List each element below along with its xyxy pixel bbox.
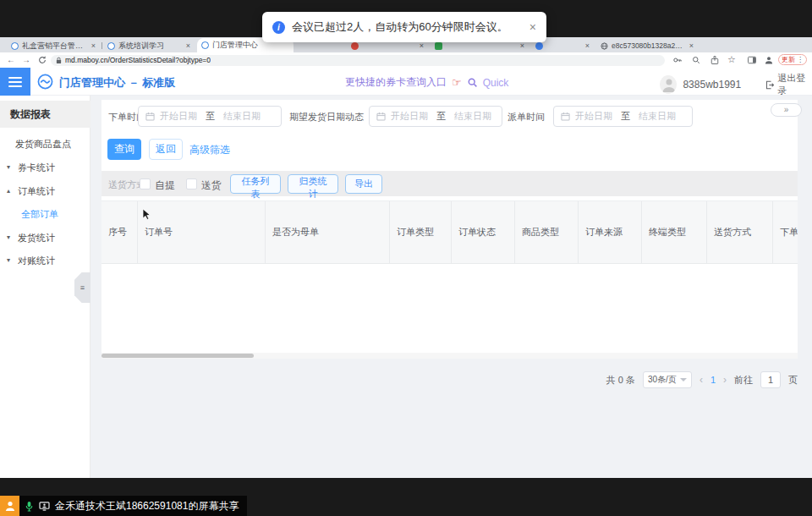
globe-icon: [601, 42, 608, 50]
start-date-placeholder: 开始日期: [575, 110, 612, 123]
forward-icon[interactable]: →: [22, 55, 30, 65]
user-avatar[interactable]: [660, 75, 677, 94]
profile-icon[interactable]: [763, 55, 775, 65]
start-date-placeholder: 开始日期: [160, 110, 197, 123]
range-separator: 至: [202, 110, 218, 123]
quick-search-icon[interactable]: [467, 77, 478, 88]
column-header[interactable]: 是否为母单: [265, 201, 389, 263]
username: 8385wb1991: [683, 79, 741, 91]
tab-favicon: [535, 42, 543, 50]
tab-training[interactable]: 系统培训学习 ×: [103, 39, 195, 52]
browser-toolbar: ← → md.maboy.cn/OrderStatisticsDetail?ob…: [0, 52, 812, 68]
tab-favicon: [351, 42, 359, 50]
sidebar-toggle-button[interactable]: [0, 68, 30, 96]
user-zone: 8385wb1991 退出登录: [660, 72, 812, 97]
end-date-placeholder: 结束日期: [639, 110, 676, 123]
end-date-placeholder: 结束日期: [223, 110, 261, 123]
url-bar[interactable]: md.maboy.cn/OrderStatisticsDetail?objtyp…: [51, 55, 665, 66]
tab-close-icon[interactable]: ×: [689, 41, 694, 50]
delivery-label[interactable]: 送货: [201, 178, 222, 193]
chevron-down-icon: ▾: [7, 231, 10, 244]
sidebar-item-all-orders-active[interactable]: 全部订单: [0, 207, 91, 221]
table-body-empty: [102, 264, 798, 352]
delivery-checkbox[interactable]: [186, 178, 197, 189]
goto-page-input[interactable]: [760, 371, 781, 388]
quick-entry-zone: 更快捷的券卡查询入口 ☞ Quick: [345, 75, 508, 90]
sidebar-item-shipping-stats[interactable]: ▾ 发货统计: [0, 231, 91, 244]
column-header[interactable]: 商品类型: [514, 201, 578, 263]
next-page-button[interactable]: ›: [723, 374, 727, 386]
share-info: 金禾通技术王斌18662591081的屏幕共享: [19, 496, 247, 516]
tab-close-icon[interactable]: ×: [585, 41, 590, 50]
lock-icon: [56, 57, 62, 64]
info-icon: i: [272, 21, 285, 34]
tab-close-icon[interactable]: ×: [91, 41, 96, 50]
expected-ship-range-input[interactable]: 开始日期 至 结束日期: [369, 106, 502, 127]
tab-close-icon[interactable]: ×: [420, 41, 424, 50]
total-count: 共 0 条: [606, 374, 635, 387]
search-button[interactable]: 查询: [107, 139, 141, 160]
reload-icon[interactable]: [36, 55, 48, 65]
tab-favicon: [201, 41, 209, 49]
pagination: 共 0 条 30条/页 ‹ 1 › 前往 页: [541, 371, 798, 389]
calendar-icon: [561, 112, 570, 121]
sidebar-collapse-handle[interactable]: ≡: [74, 272, 91, 303]
scrollbar-thumb[interactable]: [102, 354, 254, 358]
page-size-select[interactable]: 30条/页: [643, 371, 692, 388]
key-icon[interactable]: [672, 55, 683, 65]
column-header[interactable]: 下单时间: [772, 201, 798, 263]
horizontal-scrollbar[interactable]: [102, 353, 798, 359]
quick-label[interactable]: Quick: [483, 77, 509, 89]
column-header[interactable]: 订单来源: [578, 201, 641, 263]
column-header[interactable]: 订单类型: [389, 201, 451, 263]
pickup-label[interactable]: 自提: [155, 178, 175, 193]
share-icon[interactable]: [709, 55, 721, 65]
range-separator: 至: [617, 110, 634, 123]
page-unit-label: 页: [788, 374, 798, 387]
coupon-query-entry-link[interactable]: 更快捷的券卡查询入口: [345, 75, 447, 90]
tab-favicon: [107, 42, 115, 50]
column-header[interactable]: 终端类型: [641, 201, 706, 263]
tab-gift-platform[interactable]: 礼盒营销平台管理中心 ×: [7, 39, 100, 52]
app-logo-icon: [37, 74, 53, 90]
dispatch-time-range-input[interactable]: 开始日期 至 结束日期: [553, 106, 693, 127]
category-stats-button[interactable]: 归类统计: [288, 174, 338, 194]
sidebar-item-order-stats[interactable]: ▴ 订单统计: [0, 184, 91, 198]
pickup-checkbox[interactable]: [140, 178, 151, 189]
side-panel-icon[interactable]: [746, 55, 758, 65]
bookmark-star-icon[interactable]: ☆: [727, 54, 736, 64]
filter-collapse-button[interactable]: »: [771, 103, 802, 117]
meeting-toast: i 会议已超过2人，自动转为60分钟限时会议。 ×: [262, 12, 546, 42]
tab-close-icon[interactable]: ×: [520, 41, 524, 50]
column-header[interactable]: 订单号: [137, 201, 265, 263]
back-icon[interactable]: ←: [7, 55, 15, 65]
tab-close-icon[interactable]: ×: [186, 41, 190, 50]
chrome-update-button[interactable]: 更新 ⋮: [778, 54, 807, 65]
table-header-row: 序号 订单号 是否为母单 订单类型 订单状态 商品类型 订单来源 终端类型 送货…: [102, 200, 798, 264]
back-button[interactable]: 返回: [149, 139, 183, 160]
column-header[interactable]: 序号: [102, 201, 137, 263]
task-list-button[interactable]: 任务列表: [230, 174, 281, 194]
zoom-icon[interactable]: [690, 55, 702, 65]
tab-hash[interactable]: e8c573080b1328a258fd2e6... ×: [596, 39, 698, 52]
more-menu-icon[interactable]: ⋮: [797, 56, 804, 63]
sidebar-item-reconciliation-stats[interactable]: ▾ 对账统计: [0, 254, 91, 267]
export-button[interactable]: 导出: [345, 174, 382, 194]
column-header[interactable]: 送货方式: [706, 201, 772, 263]
list-toolbar: 送货方式 自提 送货 任务列表 归类统计 导出: [102, 171, 798, 196]
logout-button[interactable]: 退出登录: [765, 72, 812, 97]
sidebar-item-coupon-stats[interactable]: ▾ 券卡统计: [0, 161, 91, 174]
toast-close-icon[interactable]: ×: [529, 20, 536, 34]
order-time-range-input[interactable]: 开始日期 至 结束日期: [138, 106, 282, 127]
screen-share-icon: [39, 502, 50, 511]
column-header[interactable]: 订单状态: [451, 201, 514, 263]
chevron-down-icon: ▾: [7, 254, 10, 267]
share-text: 金禾通技术王斌18662591081的屏幕共享: [55, 499, 239, 513]
goto-label: 前往: [734, 374, 753, 387]
current-page[interactable]: 1: [710, 375, 716, 385]
chevron-down-icon: [680, 378, 687, 382]
advanced-filter-link[interactable]: 高级筛选: [189, 143, 230, 157]
expected-ship-label: 期望发货日期动态: [289, 111, 364, 124]
sidebar-item-shipment-inventory[interactable]: 发货商品盘点: [0, 137, 91, 151]
prev-page-button[interactable]: ‹: [700, 374, 703, 386]
